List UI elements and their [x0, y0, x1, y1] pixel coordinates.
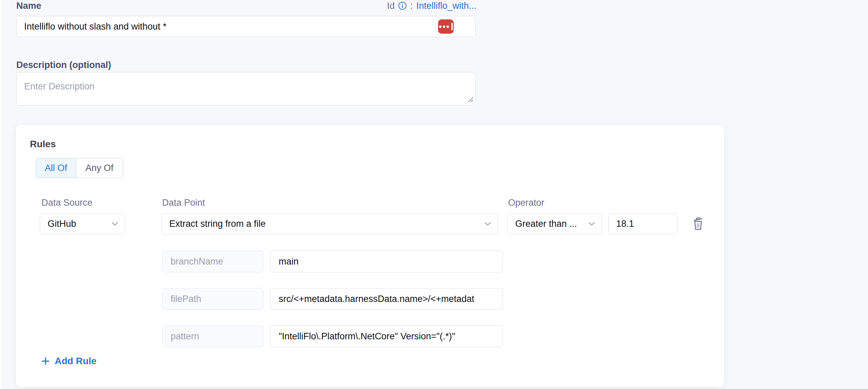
entity-id-link[interactable]: Intelliflo_with...	[416, 1, 476, 11]
trash-icon	[691, 215, 706, 232]
data-source-value: GitHub	[48, 219, 76, 229]
param-value-filepath[interactable]	[270, 288, 503, 310]
operator-value: Greater than ...	[515, 219, 577, 229]
param-key-branchname[interactable]	[162, 251, 263, 272]
param-value-branchname[interactable]	[270, 251, 503, 272]
id-label: Id	[387, 1, 395, 11]
password-manager-icon[interactable]	[438, 19, 454, 34]
dot	[439, 26, 441, 28]
chevron-down-icon	[110, 219, 119, 228]
any-of-button[interactable]: Any Of	[76, 158, 123, 177]
rules-title: Rules	[30, 139, 56, 150]
rule-match-toggle: All Of Any Of	[36, 158, 123, 178]
data-point-value: Extract string from a file	[169, 219, 266, 229]
cursor-bar	[451, 23, 453, 30]
data-point-label: Data Point	[162, 198, 205, 208]
plus-icon	[40, 356, 51, 366]
rules-card: Rules All Of Any Of Data Source Data Poi…	[16, 125, 724, 387]
panel-left-edge	[0, 0, 3, 389]
param-key-pattern[interactable]	[162, 325, 263, 347]
description-label: Description (optional)	[16, 60, 111, 70]
dot	[443, 26, 445, 28]
chevron-down-icon	[587, 219, 596, 228]
description-textarea[interactable]	[16, 72, 476, 105]
entity-id-row: Id : Intelliflo_with...	[377, 0, 476, 12]
operator-dropdown[interactable]: Greater than ...	[507, 213, 602, 234]
add-rule-label: Add Rule	[55, 356, 97, 367]
name-input[interactable]	[16, 16, 476, 37]
param-key-filepath[interactable]	[162, 288, 263, 310]
delete-rule-button[interactable]	[691, 215, 706, 232]
id-colon: :	[410, 1, 413, 11]
chevron-down-icon	[483, 219, 492, 228]
info-icon[interactable]	[398, 1, 407, 10]
name-label: Name	[16, 1, 41, 11]
all-of-button[interactable]: All Of	[36, 158, 76, 177]
add-rule-button[interactable]: Add Rule	[40, 356, 97, 367]
data-source-dropdown[interactable]: GitHub	[40, 213, 125, 234]
operator-label: Operator	[508, 198, 544, 208]
operator-value-input[interactable]	[608, 213, 677, 234]
param-value-pattern[interactable]	[270, 325, 503, 347]
data-point-dropdown[interactable]: Extract string from a file	[161, 213, 498, 234]
dot	[447, 26, 449, 28]
data-source-label: Data Source	[41, 198, 92, 208]
